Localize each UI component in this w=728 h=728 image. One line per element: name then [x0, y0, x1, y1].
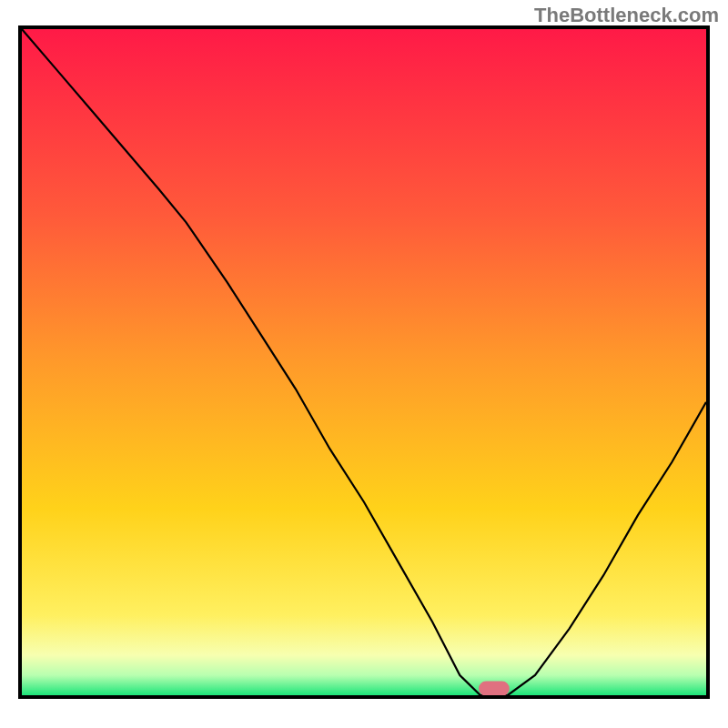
plot-svg: [22, 29, 706, 695]
chart-container: TheBottleneck.com: [0, 0, 728, 728]
result-marker: [479, 682, 510, 695]
plot-frame: [18, 25, 710, 699]
gradient-bg: [22, 29, 706, 695]
watermark-text: TheBottleneck.com: [534, 4, 719, 27]
